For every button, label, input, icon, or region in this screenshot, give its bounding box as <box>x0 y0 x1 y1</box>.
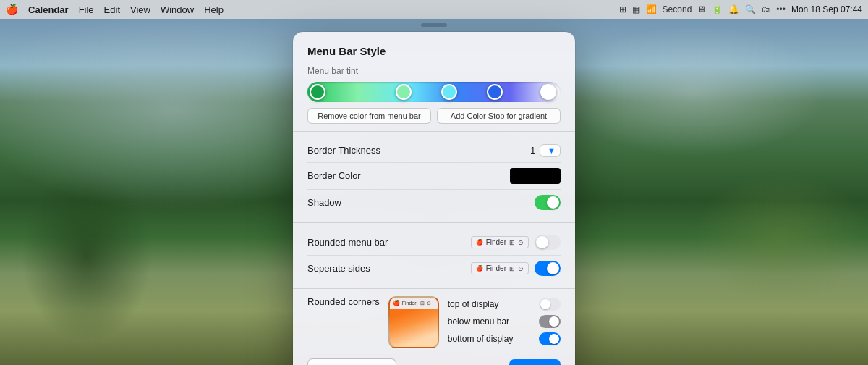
divider-1 <box>293 131 575 132</box>
menu-edit[interactable]: Edit <box>104 4 120 15</box>
search-icon[interactable]: 🔍 <box>745 4 756 14</box>
gradient-section-label: Menu bar tint <box>307 66 561 76</box>
preview-apple-icon: 🍎 <box>476 239 483 246</box>
separate-sides-preview: 🍎 Finder ⊞ ⊙ <box>471 262 529 274</box>
shadow-row: Shadow <box>307 190 561 215</box>
wifi-icon[interactable]: 📶 <box>646 4 657 14</box>
menu-file[interactable]: File <box>79 4 94 15</box>
shadow-label: Shadow <box>307 197 535 208</box>
phone-icon2: ⊙ <box>427 301 431 306</box>
menu-app-name[interactable]: Calendar <box>28 4 69 15</box>
rounded-corners-options: top of display below menu bar bottom of … <box>448 296 561 345</box>
preview-apple2-icon: 🍎 <box>476 265 483 272</box>
top-of-display-row: top of display <box>448 298 561 311</box>
rounded-settings: Rounded menu bar 🍎 Finder ⊞ ⊙ Seperate s… <box>293 230 575 281</box>
divider-3 <box>293 288 575 289</box>
second-label[interactable]: Second <box>663 4 692 14</box>
border-thickness-label: Border Thickness <box>307 145 530 156</box>
divider-2 <box>293 222 575 223</box>
separate-sides-toggle[interactable] <box>535 261 561 276</box>
reset-menu-bar-button[interactable]: Reset menu bar <box>307 358 396 366</box>
preview-finder2-text: Finder <box>486 264 506 272</box>
menu-icon-screen2[interactable]: ▦ <box>632 4 640 14</box>
menu-window[interactable]: Window <box>161 4 194 15</box>
separate-sides-row: Seperate sides 🍎 Finder ⊞ ⊙ <box>307 256 561 281</box>
display-icon[interactable]: 🖥 <box>697 4 706 14</box>
menu-bar: 🍎 Calendar File Edit View Window Help ⊞ … <box>0 0 868 19</box>
menu-bar-style-dialog: Menu Bar Style Menu bar tint Remove colo… <box>293 32 575 365</box>
gradient-stop-cyan[interactable] <box>441 84 457 100</box>
remove-color-button[interactable]: Remove color from menu bar <box>307 108 431 124</box>
more-icon[interactable]: ••• <box>776 4 786 14</box>
preview-icon1: ⊞ <box>509 239 515 246</box>
border-thickness-dropdown[interactable]: ▼ <box>540 144 561 157</box>
gradient-track[interactable] <box>307 82 561 102</box>
menu-view[interactable]: View <box>130 4 150 15</box>
dropdown-arrow-icon: ▼ <box>548 146 556 155</box>
clock-display: Mon 18 Sep 07:44 <box>791 4 862 14</box>
preview2-icon2: ⊙ <box>518 265 524 272</box>
apple-menu-icon[interactable]: 🍎 <box>6 4 18 15</box>
border-color-row: Border Color <box>307 163 561 190</box>
top-of-display-label: top of display <box>448 299 539 309</box>
done-button[interactable]: Done <box>509 359 561 366</box>
phone-finder-text: Finder <box>402 301 417 306</box>
border-thickness-row: Border Thickness 1 ▼ <box>307 139 561 163</box>
border-color-swatch[interactable] <box>510 168 561 184</box>
preview-icon2: ⊙ <box>518 239 524 246</box>
notification-icon[interactable]: 🔔 <box>728 4 739 14</box>
border-shadow-settings: Border Thickness 1 ▼ Border Color Shadow <box>293 139 575 215</box>
gradient-stop-blue[interactable] <box>487 84 503 100</box>
menu-help[interactable]: Help <box>204 4 224 15</box>
rounded-menubar-preview: 🍎 Finder ⊞ ⊙ <box>471 236 529 248</box>
preview-finder-text: Finder <box>486 238 506 246</box>
below-menu-bar-toggle[interactable] <box>539 315 561 328</box>
bottom-of-display-label: bottom of display <box>448 334 539 344</box>
gradient-buttons: Remove color from menu bar Add Color Sto… <box>307 108 561 124</box>
phone-preview-thumbnail: 🍎 Finder ⊞ ⊙ <box>388 296 439 348</box>
phone-apple-icon: 🍎 <box>393 300 400 306</box>
gradient-section: Menu bar tint Remove color from menu bar… <box>293 66 575 124</box>
shadow-toggle[interactable] <box>535 195 561 210</box>
gradient-stop-white[interactable] <box>540 84 556 100</box>
top-of-display-toggle[interactable] <box>539 298 561 311</box>
bottom-of-display-toggle[interactable] <box>539 332 561 345</box>
rounded-corners-label: Rounded corners <box>307 296 380 307</box>
preview2-icon1: ⊞ <box>509 265 515 272</box>
rounded-menubar-row: Rounded menu bar 🍎 Finder ⊞ ⊙ <box>307 230 561 256</box>
rounded-menubar-label: Rounded menu bar <box>307 237 471 248</box>
separate-sides-label: Seperate sides <box>307 263 471 274</box>
border-color-label: Border Color <box>307 170 510 181</box>
phone-preview-bar: 🍎 Finder ⊞ ⊙ <box>390 298 438 309</box>
dialog-footer: Reset menu bar Done <box>293 348 575 366</box>
below-menu-bar-row: below menu bar <box>448 315 561 328</box>
battery-icon[interactable]: 🔋 <box>712 4 723 14</box>
rounded-corners-section: Rounded corners 🍎 Finder ⊞ ⊙ top of disp… <box>293 296 575 348</box>
bottom-of-display-row: bottom of display <box>448 332 561 345</box>
rounded-menubar-toggle[interactable] <box>535 235 561 250</box>
dropbox-icon[interactable]: 🗂 <box>762 4 770 14</box>
border-thickness-value: 1 <box>530 145 535 156</box>
phone-icon1: ⊞ <box>420 301 425 306</box>
below-menu-bar-label: below menu bar <box>448 316 539 327</box>
dialog-title: Menu Bar Style <box>293 32 575 66</box>
gradient-stop-lightgreen[interactable] <box>396 84 412 100</box>
menu-icon-screen1[interactable]: ⊞ <box>619 4 626 14</box>
gradient-stop-green[interactable] <box>310 84 326 100</box>
add-color-stop-button[interactable]: Add Color Stop for gradient <box>437 108 561 124</box>
